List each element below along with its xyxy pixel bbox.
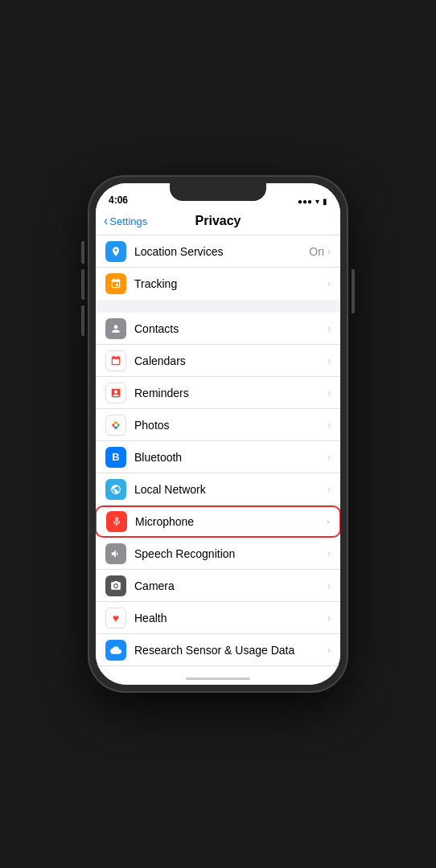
location-icon xyxy=(105,241,126,262)
tracking-chevron: › xyxy=(327,278,331,289)
page-title: Privacy xyxy=(195,214,241,228)
list-item-localnetwork[interactable]: Local Network › xyxy=(96,473,340,506)
list-item-speechrecognition[interactable]: Speech Recognition › xyxy=(96,538,340,570)
list-item-homekit[interactable]: HomeKit › xyxy=(96,666,340,672)
research-label: Research Sensor & Usage Data xyxy=(134,644,327,657)
settings-content[interactable]: Location Services On › Tracking › xyxy=(96,235,340,672)
bluetooth-icon: B xyxy=(105,447,126,468)
list-item-bluetooth[interactable]: B Bluetooth › xyxy=(96,441,340,473)
calendars-chevron: › xyxy=(327,355,331,366)
camera-label: Camera xyxy=(134,579,327,592)
notch xyxy=(170,183,266,201)
health-chevron: › xyxy=(327,612,331,624)
reminders-chevron: › xyxy=(327,387,331,399)
photos-label: Photos xyxy=(134,419,327,432)
power-button xyxy=(352,269,355,313)
research-chevron: › xyxy=(327,645,331,656)
mute-button xyxy=(81,241,84,264)
list-item-tracking[interactable]: Tracking › xyxy=(96,268,340,300)
location-chevron: › xyxy=(327,246,331,257)
localnetwork-chevron: › xyxy=(327,484,331,495)
health-icon: ♥ xyxy=(105,608,126,628)
battery-icon: ▮ xyxy=(323,197,327,206)
microphone-icon xyxy=(106,511,127,532)
camera-chevron: › xyxy=(327,580,331,592)
contacts-chevron: › xyxy=(327,323,331,334)
phone-frame: 4:06 ●●● ▾ ▮ ‹ Settings Privacy xyxy=(89,177,347,691)
home-bar xyxy=(186,678,250,680)
main-section: Contacts › Calendars › xyxy=(96,313,340,672)
list-item-reminders[interactable]: Reminders › xyxy=(96,377,340,409)
bluetooth-chevron: › xyxy=(327,452,331,463)
location-value: On xyxy=(309,245,324,258)
list-item-research[interactable]: Research Sensor & Usage Data › xyxy=(96,634,340,666)
gap-1 xyxy=(96,300,340,313)
home-indicator xyxy=(96,672,340,685)
svg-point-4 xyxy=(114,424,117,427)
tracking-icon xyxy=(105,273,126,294)
tracking-label: Tracking xyxy=(134,277,327,290)
back-arrow-icon: ‹ xyxy=(104,214,108,228)
reminders-label: Reminders xyxy=(134,387,327,399)
calendars-label: Calendars xyxy=(134,354,327,367)
back-button[interactable]: ‹ Settings xyxy=(104,214,147,228)
speechrecognition-label: Speech Recognition xyxy=(134,547,327,560)
back-label: Settings xyxy=(109,215,147,227)
reminders-icon xyxy=(105,383,126,403)
photos-icon xyxy=(105,415,126,436)
status-time: 4:06 xyxy=(109,194,128,206)
volume-up-button xyxy=(81,269,84,300)
phone-screen: 4:06 ●●● ▾ ▮ ‹ Settings Privacy xyxy=(96,183,340,685)
list-item-location[interactable]: Location Services On › xyxy=(96,235,340,268)
location-label: Location Services xyxy=(134,245,309,258)
microphone-label: Microphone xyxy=(135,515,327,528)
localnetwork-icon xyxy=(105,479,126,500)
list-item-photos[interactable]: Photos › xyxy=(96,409,340,441)
status-icons: ●●● ▾ ▮ xyxy=(298,197,327,206)
camera-icon xyxy=(105,575,126,596)
microphone-chevron: › xyxy=(327,516,330,527)
list-item-microphone[interactable]: Microphone › xyxy=(96,506,340,538)
list-item-contacts[interactable]: Contacts › xyxy=(96,313,340,345)
list-item-calendars[interactable]: Calendars › xyxy=(96,345,340,377)
volume-down-button xyxy=(81,305,84,336)
bluetooth-label: Bluetooth xyxy=(134,451,327,464)
photos-chevron: › xyxy=(327,420,331,431)
wifi-icon: ▾ xyxy=(315,197,319,206)
health-label: Health xyxy=(134,612,327,624)
contacts-label: Contacts xyxy=(134,322,327,335)
list-item-health[interactable]: ♥ Health › xyxy=(96,602,340,634)
calendars-icon xyxy=(105,350,126,371)
top-section: Location Services On › Tracking › xyxy=(96,235,340,300)
speechrecognition-icon xyxy=(105,543,126,564)
homekit-icon xyxy=(105,672,126,673)
navigation-bar: ‹ Settings Privacy xyxy=(96,209,340,235)
contacts-icon xyxy=(105,318,126,339)
list-item-camera[interactable]: Camera › xyxy=(96,570,340,602)
speechrecognition-chevron: › xyxy=(327,548,331,559)
signal-icon: ●●● xyxy=(298,197,312,206)
research-icon xyxy=(105,640,126,661)
localnetwork-label: Local Network xyxy=(134,483,327,496)
